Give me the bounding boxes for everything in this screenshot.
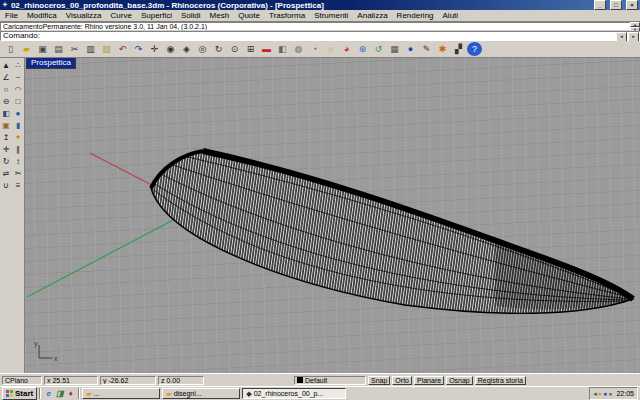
zoom-extents-icon[interactable]: ◎: [195, 42, 210, 56]
hull-wireframe[interactable]: [151, 151, 633, 313]
ellipse-icon[interactable]: ⊖: [0, 96, 12, 108]
curve-icon[interactable]: ~: [12, 72, 24, 84]
help-icon[interactable]: ?: [467, 42, 482, 56]
menu-item[interactable]: Strumenti: [314, 11, 348, 20]
copy-icon[interactable]: ▥: [83, 42, 98, 56]
viewport-title-tab[interactable]: Prospettica: [26, 58, 76, 69]
rotate-view-icon[interactable]: ↻: [211, 42, 226, 56]
sphere-solid-icon[interactable]: ●: [12, 108, 24, 120]
taskbar-task-folder1[interactable]: ▰ ...: [82, 388, 160, 399]
explode-icon[interactable]: ✶: [12, 132, 24, 144]
print-icon[interactable]: ▤: [51, 42, 66, 56]
media-icon[interactable]: ♦: [65, 388, 76, 399]
shade-icon[interactable]: ◧: [275, 42, 290, 56]
zoom-window-icon[interactable]: ◈: [179, 42, 194, 56]
layers-icon[interactable]: ≡: [12, 180, 24, 192]
open-folder-icon[interactable]: ▰: [19, 42, 34, 56]
windows-flag-icon: [6, 390, 13, 397]
cylinder-icon[interactable]: ▮: [12, 120, 24, 132]
move-icon[interactable]: ✛: [0, 144, 12, 156]
annotate-icon[interactable]: ✎: [419, 42, 434, 56]
taskbar-divider: [78, 388, 80, 399]
planare-toggle[interactable]: Planare: [414, 376, 444, 385]
point-icon[interactable]: ∴: [12, 60, 24, 72]
menu-item[interactable]: Solidi: [181, 11, 201, 20]
menu-item[interactable]: Mesh: [210, 11, 230, 20]
snap-toggle[interactable]: Snap: [368, 376, 390, 385]
menu-item[interactable]: Aiuti: [443, 11, 459, 20]
box-icon[interactable]: ▣: [0, 120, 12, 132]
start-button[interactable]: Start: [2, 387, 37, 400]
orto-toggle[interactable]: Orto: [392, 376, 412, 385]
copy-object-icon[interactable]: ∥: [12, 144, 24, 156]
menu-item[interactable]: Quote: [238, 11, 260, 20]
globe-icon[interactable]: ⊛: [355, 42, 370, 56]
window-title: 02_rhinoceros_00_profondita_base.3dm - R…: [11, 1, 590, 10]
surface-icon[interactable]: ◧: [0, 108, 12, 120]
menu-item[interactable]: Trasforma: [269, 11, 305, 20]
redo-icon[interactable]: ↷: [131, 42, 146, 56]
maximize-button[interactable]: □: [610, 0, 622, 10]
x-coordinate-pane: x 25.51: [44, 376, 98, 385]
layer-pane[interactable]: Default: [294, 376, 366, 385]
taskbar-task-rhino[interactable]: ◆ 02_rhinoceros_00_p...: [242, 388, 346, 399]
close-button[interactable]: ×: [626, 0, 638, 10]
menu-item[interactable]: Modifica: [27, 11, 57, 20]
menu-item[interactable]: Analizza: [357, 11, 387, 20]
tray-app3-icon[interactable]: ●: [608, 390, 612, 397]
paste-icon[interactable]: ▧: [99, 42, 114, 56]
internet-explorer-icon[interactable]: e: [43, 388, 54, 399]
menu-item[interactable]: Curve: [111, 11, 132, 20]
menu-item[interactable]: File: [5, 11, 18, 20]
bug-icon[interactable]: ✱: [435, 42, 450, 56]
command-history-scrollbar[interactable]: ▲ ▼: [630, 22, 640, 31]
show-desktop-icon[interactable]: ◨: [54, 388, 65, 399]
extrude-icon[interactable]: ↥: [0, 132, 12, 144]
zoom-dynamic-icon[interactable]: ◉: [163, 42, 178, 56]
registra-storia-toggle[interactable]: Registra storia: [475, 376, 526, 385]
render-icon[interactable]: ▬: [259, 42, 274, 56]
rectangle-icon[interactable]: □: [12, 96, 24, 108]
tray-app1-icon[interactable]: ●: [598, 390, 602, 397]
main-toolbar: ▯▰▣▤✂▥▧↶↷✛◉◈◎↻⊙⊞▬◧◍◔☼◕⊛↺▦●✎✱▞?: [0, 41, 640, 58]
osnap-toggle[interactable]: Osnap: [446, 376, 473, 385]
resize-icon[interactable]: ▞: [451, 42, 466, 56]
rotate-icon[interactable]: ↻: [0, 156, 12, 168]
tray-icons: ◂●●●: [593, 390, 612, 397]
mirror-icon[interactable]: ⇌: [0, 168, 12, 180]
new-file-icon[interactable]: ▯: [3, 42, 18, 56]
sphere-icon[interactable]: ●: [403, 42, 418, 56]
menu-item[interactable]: Rendering: [397, 11, 434, 20]
scale-icon[interactable]: ↕: [12, 156, 24, 168]
command-input[interactable]: Comando:: [0, 31, 640, 41]
tray-volume-icon[interactable]: ◂: [593, 390, 597, 397]
arc-icon[interactable]: ◠: [12, 84, 24, 96]
ghosted-icon[interactable]: ◔: [307, 42, 322, 56]
undo-icon[interactable]: ↶: [115, 42, 130, 56]
trim-icon[interactable]: ✂: [12, 168, 24, 180]
minimize-button[interactable]: _: [594, 0, 606, 10]
selection-box-icon[interactable]: ▦: [387, 42, 402, 56]
menu-item[interactable]: Visualizza: [66, 11, 102, 20]
polyline-icon[interactable]: ∠: [0, 72, 12, 84]
circle-icon[interactable]: ○: [0, 84, 12, 96]
taskbar-task-folder2[interactable]: ▰ disegni...: [162, 388, 240, 399]
tray-app2-icon[interactable]: ●: [603, 390, 607, 397]
join-icon[interactable]: ∪: [0, 180, 12, 192]
wireframe-icon[interactable]: ◍: [291, 42, 306, 56]
cplane-pane[interactable]: CPiano: [2, 376, 42, 385]
zoom-target-icon[interactable]: ⊙: [227, 42, 242, 56]
y-axis-line: [27, 208, 196, 297]
menu-item[interactable]: Superfici: [141, 11, 172, 20]
swirl-icon[interactable]: ◕: [339, 42, 354, 56]
perspective-viewport[interactable]: Prospettica: [25, 58, 640, 373]
side-toolbar: ▲∴∠~○◠⊖□◧●▣▮↥✶✛∥↻↕⇌✂∪≡: [0, 58, 25, 373]
command-history: CaricamentoPermanente: Rhino versione 3.…: [0, 22, 640, 31]
four-viewports-icon[interactable]: ⊞: [243, 42, 258, 56]
save-icon[interactable]: ▣: [35, 42, 50, 56]
spotlight-icon[interactable]: ☼: [323, 42, 338, 56]
select-icon[interactable]: ▲: [0, 60, 12, 72]
loop-icon[interactable]: ↺: [371, 42, 386, 56]
pan-icon[interactable]: ✛: [147, 42, 162, 56]
cut-icon[interactable]: ✂: [67, 42, 82, 56]
